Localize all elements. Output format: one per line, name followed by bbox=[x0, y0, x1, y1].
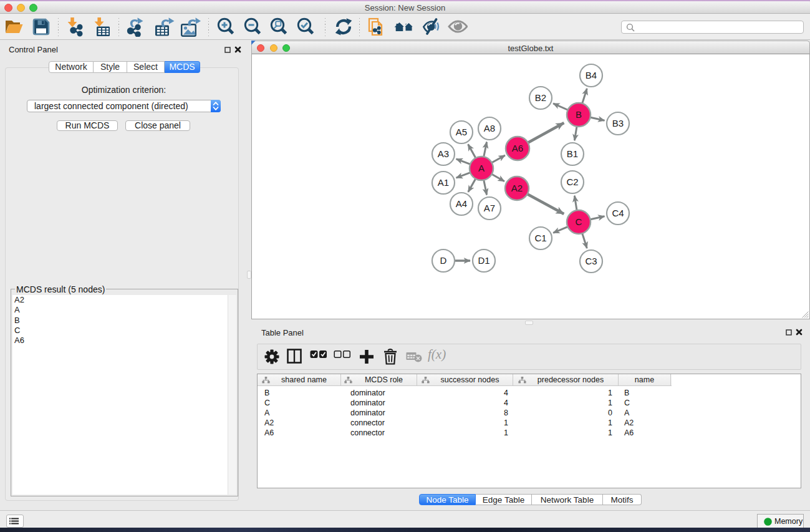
svg-text:C2: C2 bbox=[566, 177, 578, 187]
svg-text:C4: C4 bbox=[612, 208, 624, 218]
svg-text:A6: A6 bbox=[512, 143, 523, 153]
svg-text:D: D bbox=[440, 255, 447, 266]
svg-text:A1: A1 bbox=[438, 177, 449, 188]
svg-text:A5: A5 bbox=[456, 127, 467, 137]
svg-text:A2: A2 bbox=[511, 183, 523, 193]
svg-text:B3: B3 bbox=[612, 118, 624, 128]
svg-text:C1: C1 bbox=[534, 233, 546, 243]
svg-text:A3: A3 bbox=[438, 148, 449, 159]
svg-text:A4: A4 bbox=[456, 198, 467, 209]
svg-text:D1: D1 bbox=[478, 255, 489, 266]
svg-text:C: C bbox=[576, 216, 582, 227]
svg-text:A8: A8 bbox=[484, 123, 495, 133]
svg-text:B2: B2 bbox=[535, 92, 546, 103]
svg-text:C3: C3 bbox=[585, 256, 597, 266]
svg-text:B: B bbox=[576, 109, 582, 120]
svg-text:B4: B4 bbox=[586, 70, 597, 80]
svg-text:A: A bbox=[478, 163, 485, 173]
svg-text:B1: B1 bbox=[567, 148, 578, 159]
svg-text:A7: A7 bbox=[484, 203, 495, 213]
